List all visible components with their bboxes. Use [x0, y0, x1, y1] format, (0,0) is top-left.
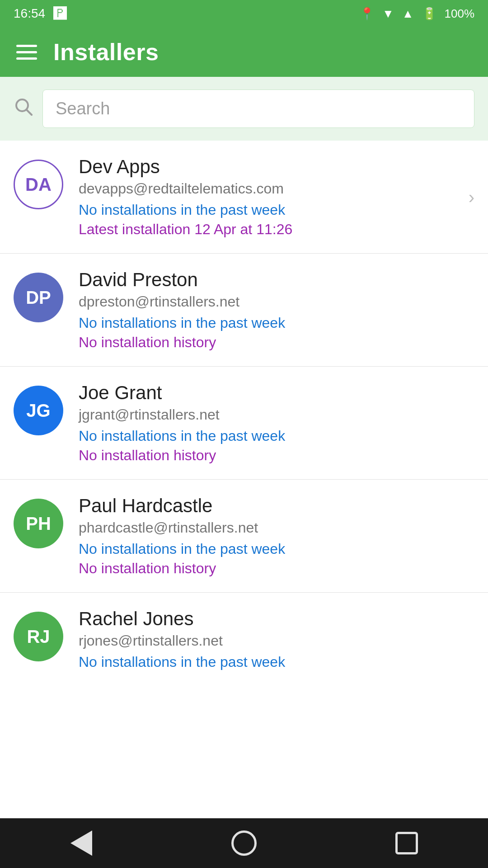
- recents-button[interactable]: [384, 821, 429, 866]
- avatar: PH: [14, 499, 63, 548]
- installer-history: No installation history: [79, 447, 474, 464]
- parking-icon: 🅿: [53, 6, 67, 21]
- avatar: JG: [14, 386, 63, 435]
- menu-line-2: [16, 51, 37, 53]
- installer-history: No installation history: [79, 560, 474, 577]
- list-item[interactable]: PH Paul Hardcastle phardcastle@rtinstall…: [0, 480, 488, 593]
- list-item[interactable]: DA Dev Apps devapps@redtailtelematics.co…: [0, 141, 488, 254]
- avatar-initials: DA: [25, 175, 52, 195]
- recents-icon: [395, 832, 418, 854]
- svg-line-1: [27, 110, 32, 115]
- installer-name: David Preston: [79, 269, 474, 291]
- installer-info: Joe Grant jgrant@rtinstallers.net No ins…: [79, 382, 474, 464]
- installer-week-status: No installations in the past week: [79, 428, 474, 444]
- menu-button[interactable]: [16, 45, 37, 60]
- avatar: RJ: [14, 612, 63, 661]
- avatar-initials: JG: [26, 401, 50, 421]
- installer-name: Rachel Jones: [79, 608, 474, 630]
- wifi-icon: ▼: [382, 7, 394, 21]
- menu-line-3: [16, 57, 37, 60]
- search-icon: [14, 97, 33, 121]
- page-title: Installers: [53, 38, 159, 66]
- installer-week-status: No installations in the past week: [79, 541, 474, 557]
- toolbar: Installers: [0, 27, 488, 77]
- signal-icon: ▲: [402, 7, 414, 21]
- installer-history: Latest installation 12 Apr at 11:26: [79, 221, 474, 238]
- installer-name: Paul Hardcastle: [79, 495, 474, 517]
- installer-email: devapps@redtailtelematics.com: [79, 180, 474, 197]
- avatar-initials: DP: [26, 288, 51, 308]
- installer-email: phardcastle@rtinstallers.net: [79, 519, 474, 536]
- list-item[interactable]: RJ Rachel Jones rjones@rtinstallers.net …: [0, 593, 488, 689]
- list-item[interactable]: DP David Preston dpreston@rtinstallers.n…: [0, 254, 488, 367]
- battery-icon: 🔋: [422, 7, 436, 21]
- search-bar-container: [0, 77, 488, 141]
- installer-list: DA Dev Apps devapps@redtailtelematics.co…: [0, 141, 488, 689]
- back-icon: [70, 830, 92, 856]
- battery-percent: 100%: [445, 7, 475, 21]
- list-item[interactable]: JG Joe Grant jgrant@rtinstallers.net No …: [0, 367, 488, 480]
- avatar-initials: RJ: [27, 627, 50, 647]
- installer-week-status: No installations in the past week: [79, 654, 474, 670]
- avatar: DP: [14, 273, 63, 322]
- location-icon: 📍: [360, 7, 374, 21]
- search-input[interactable]: [42, 90, 474, 128]
- installer-info: Rachel Jones rjones@rtinstallers.net No …: [79, 608, 474, 673]
- installer-email: jgrant@rtinstallers.net: [79, 406, 474, 423]
- navigation-bar: [0, 818, 488, 868]
- installer-info: David Preston dpreston@rtinstallers.net …: [79, 269, 474, 351]
- avatar: DA: [14, 160, 63, 209]
- avatar-initials: PH: [26, 514, 51, 534]
- status-bar: 16:54 🅿 📍 ▼ ▲ 🔋 100%: [0, 0, 488, 27]
- menu-line-1: [16, 45, 37, 47]
- home-icon: [231, 830, 257, 856]
- installer-name: Joe Grant: [79, 382, 474, 404]
- installer-email: rjones@rtinstallers.net: [79, 632, 474, 649]
- back-button[interactable]: [59, 821, 104, 866]
- installer-week-status: No installations in the past week: [79, 202, 474, 218]
- installer-info: Paul Hardcastle phardcastle@rtinstallers…: [79, 495, 474, 577]
- installer-week-status: No installations in the past week: [79, 315, 474, 331]
- home-button[interactable]: [221, 821, 267, 866]
- installer-history: No installation history: [79, 334, 474, 351]
- chevron-right-icon: ›: [469, 187, 474, 207]
- installer-info: Dev Apps devapps@redtailtelematics.com N…: [79, 156, 474, 238]
- installer-name: Dev Apps: [79, 156, 474, 178]
- installer-email: dpreston@rtinstallers.net: [79, 293, 474, 310]
- status-time: 16:54: [14, 6, 45, 21]
